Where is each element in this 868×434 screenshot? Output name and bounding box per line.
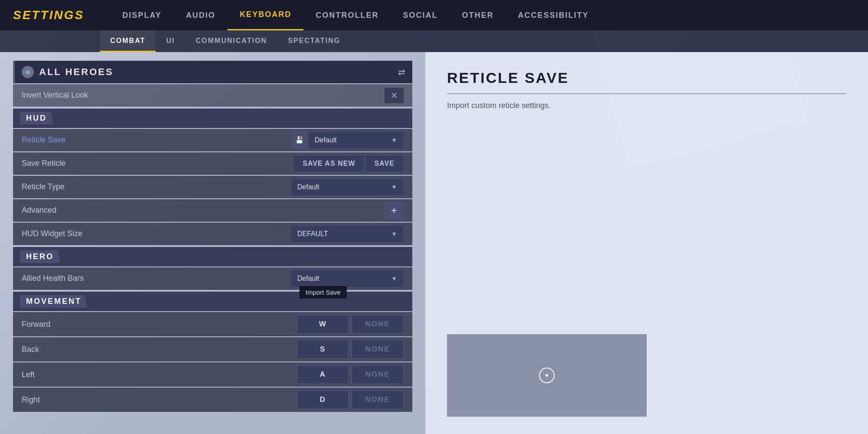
settings-panel: ⊕ ALL HEROES ⇄ Invert Vertical Look ✕ HU… — [0, 52, 425, 434]
advanced-row: Advanced + — [13, 199, 412, 222]
nav-controller[interactable]: CONTROLLER — [303, 0, 391, 30]
forward-row: Forward W NONE — [13, 312, 412, 336]
right-row: Right D NONE — [13, 388, 412, 412]
right-key2[interactable]: NONE — [352, 390, 404, 409]
advanced-label: Advanced — [22, 206, 385, 215]
reticle-save-group: 💾 Default ▼ — [292, 132, 404, 149]
app-title: SETTINGS — [13, 8, 84, 22]
nav-accessibility[interactable]: ACCESSIBILITY — [506, 0, 601, 30]
back-row: Back S NONE — [13, 337, 412, 362]
allied-health-bars-dropdown[interactable]: Default ▼ — [291, 270, 404, 287]
forward-key1[interactable]: W — [297, 315, 349, 334]
advanced-expand-button[interactable]: + — [385, 201, 404, 220]
hero-section-label: HERO — [20, 250, 60, 263]
reticle-save-row: Reticle Save 💾 Default ▼ — [13, 129, 412, 151]
hud-section-label: HUD — [20, 112, 53, 125]
reticle-save-label: Reticle Save — [22, 135, 292, 145]
invert-vertical-look-row: Invert Vertical Look ✕ — [13, 84, 412, 107]
right-panel-title: RETICLE SAVE — [447, 69, 846, 94]
allied-health-bars-label: Allied Health Bars — [22, 274, 291, 283]
movement-section-header: MOVEMENT — [13, 292, 412, 311]
reticle-type-value: Default — [297, 183, 387, 191]
tab-ui[interactable]: UI — [156, 30, 185, 52]
hud-widget-size-value: DEFAULT — [297, 230, 387, 238]
movement-section-label: MOVEMENT — [20, 295, 88, 308]
back-key1[interactable]: S — [297, 340, 349, 359]
left-row: Left A NONE — [13, 362, 412, 387]
save-reticle-buttons: SAVE AS NEW SAVE — [293, 155, 404, 172]
left-label: Left — [22, 370, 297, 379]
reticle-type-dropdown-arrow: ▼ — [391, 184, 397, 191]
all-heroes-bar: ⊕ ALL HEROES ⇄ — [13, 61, 412, 83]
dropdown-arrow-icon: ▼ — [391, 137, 397, 144]
reticle-type-row: Reticle Type Default ▼ — [13, 176, 412, 198]
all-heroes-label: ALL HEROES — [39, 66, 398, 78]
reticle-preview — [447, 334, 647, 417]
back-key2[interactable]: NONE — [352, 340, 404, 359]
import-icon[interactable]: 💾 — [292, 132, 307, 149]
back-keybinds: S NONE — [297, 340, 404, 359]
reticle-type-dropdown[interactable]: Default ▼ — [291, 178, 404, 196]
hud-widget-size-row: HUD Widget Size DEFAULT ▼ — [13, 223, 412, 245]
hud-widget-size-dropdown[interactable]: DEFAULT ▼ — [291, 225, 404, 243]
allied-health-bars-arrow: ▼ — [391, 275, 397, 282]
hud-section-header: HUD — [13, 108, 412, 128]
save-button[interactable]: SAVE — [365, 155, 404, 172]
forward-label: Forward — [22, 320, 297, 329]
tab-communication[interactable]: COMMUNICATION — [185, 30, 277, 52]
save-reticle-label: Save Reticle — [22, 159, 293, 168]
right-keybinds: D NONE — [297, 390, 404, 409]
back-label: Back — [22, 345, 297, 354]
swap-icon[interactable]: ⇄ — [398, 67, 405, 77]
main-content: ⊕ ALL HEROES ⇄ Invert Vertical Look ✕ HU… — [0, 52, 868, 434]
left-keybinds: A NONE — [297, 365, 404, 384]
invert-close-button[interactable]: ✕ — [385, 88, 404, 103]
nav-social[interactable]: SOCIAL — [391, 0, 450, 30]
forward-keybinds: W NONE — [297, 315, 404, 334]
right-label: Right — [22, 395, 297, 404]
left-key1[interactable]: A — [297, 365, 349, 384]
left-key2[interactable]: NONE — [352, 365, 404, 384]
allied-health-bars-value: Default — [297, 275, 387, 283]
sub-tabs-bar: COMBAT UI COMMUNICATION SPECTATING — [0, 30, 868, 52]
hero-section-header: HERO — [13, 247, 412, 266]
nav-other[interactable]: OTHER — [450, 0, 506, 30]
reticle-save-dropdown[interactable]: Default ▼ — [308, 132, 404, 149]
right-panel: RETICLE SAVE Import custom reticle setti… — [425, 52, 868, 434]
right-panel-description: Import custom reticle settings. — [447, 101, 846, 110]
reticle-type-label: Reticle Type — [22, 182, 291, 191]
save-as-new-button[interactable]: SAVE AS NEW — [293, 155, 364, 172]
tab-spectating[interactable]: SPECTATING — [277, 30, 351, 52]
save-reticle-row: Save Reticle SAVE AS NEW SAVE Import Sav… — [13, 152, 412, 175]
hud-widget-size-label: HUD Widget Size — [22, 229, 291, 238]
hud-widget-size-arrow: ▼ — [391, 230, 397, 237]
reticle-dot — [546, 374, 548, 377]
nav-audio[interactable]: AUDIO — [174, 0, 227, 30]
main-nav: DISPLAY AUDIO KEYBOARD CONTROLLER SOCIAL… — [110, 0, 601, 30]
header: SETTINGS DISPLAY AUDIO KEYBOARD CONTROLL… — [0, 0, 868, 30]
allied-health-bars-row: Allied Health Bars Default ▼ — [13, 267, 412, 290]
reticle-save-value: Default — [315, 136, 387, 144]
all-heroes-icon: ⊕ — [22, 66, 34, 78]
tab-combat[interactable]: COMBAT — [100, 30, 156, 52]
invert-vertical-look-label: Invert Vertical Look — [22, 91, 385, 100]
reticle-circle — [539, 368, 555, 383]
right-key1[interactable]: D — [297, 390, 349, 409]
forward-key2[interactable]: NONE — [352, 315, 404, 334]
nav-display[interactable]: DISPLAY — [110, 0, 174, 30]
nav-keyboard[interactable]: KEYBOARD — [227, 0, 303, 30]
